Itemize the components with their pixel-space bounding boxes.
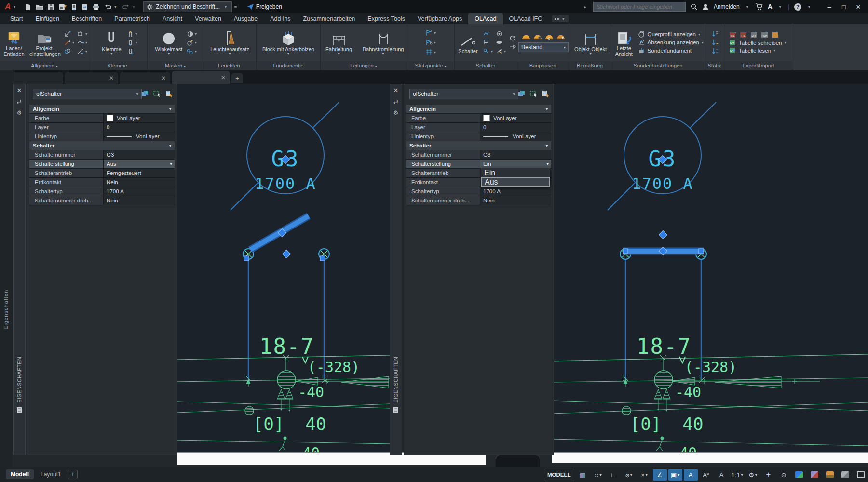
tab-beschriften[interactable]: Beschriften	[66, 13, 108, 24]
panel-label-statik[interactable]: Statik	[705, 61, 725, 70]
new-drawing-tab-button[interactable]: +	[231, 73, 243, 83]
helmet-phase1-icon[interactable]	[533, 33, 542, 40]
save-as-icon[interactable]	[59, 3, 67, 10]
schalter-tool8-icon[interactable]	[495, 48, 503, 55]
copy-tool-icon[interactable]	[77, 30, 85, 38]
block-mit-ankerbolzen-button[interactable]: Block mit Ankerbolzen ▾	[258, 29, 319, 56]
publish-icon[interactable]	[81, 3, 88, 11]
annotation-monitor-icon[interactable]	[808, 469, 822, 481]
klemme-button[interactable]: Klemme ▾	[99, 29, 124, 56]
letzte-ansicht-button[interactable]: Letzte Ansicht	[614, 28, 634, 57]
export-ms-icon[interactable]: MS	[729, 31, 737, 38]
palette-dock-icon[interactable]: ⇄	[17, 98, 22, 105]
save-icon[interactable]	[48, 3, 54, 10]
row-farbe[interactable]: FarbeVonLayer	[406, 114, 551, 123]
sync-tool-icon[interactable]	[64, 48, 72, 55]
section-allgemein[interactable]: Allgemein▾	[29, 105, 175, 114]
palette-anchor-bar[interactable]: Eigenschaften	[0, 70, 13, 467]
tools-icon[interactable]	[77, 48, 85, 55]
tab-ausgabe[interactable]: Ausgabe	[228, 13, 264, 24]
palette-titlebar-left[interactable]: ✕ ⇄ ⚙ EIGENSCHAFTEN	[13, 84, 26, 455]
panel-label-masten[interactable]: Masten▾	[148, 61, 203, 70]
annotation-visibility-icon[interactable]: A	[684, 469, 698, 481]
panel-label-fundamente[interactable]: Fundamente	[257, 61, 320, 70]
isolate-objects-icon[interactable]: ⊙	[777, 469, 791, 481]
cleanscreen-icon[interactable]	[854, 469, 868, 481]
close-button[interactable]: ✕	[854, 3, 863, 11]
export-misc-icon[interactable]	[772, 31, 779, 38]
schalter-tool7-icon[interactable]	[482, 48, 490, 55]
tab-verfuegbare-apps[interactable]: Verfügbare Apps	[411, 13, 468, 24]
autocad-logo-icon[interactable]: A	[5, 2, 11, 12]
osnap-toggle-icon[interactable]: ▣▾	[668, 469, 682, 481]
klemme-variant3-icon[interactable]	[126, 48, 135, 55]
polar-toggle-icon[interactable]: ⌀▾	[622, 469, 636, 481]
ribbon-overflow-button[interactable]: ▾	[552, 15, 569, 22]
tab-parametrisch[interactable]: Parametrisch	[108, 13, 156, 24]
mast-pair-icon[interactable]	[186, 48, 194, 55]
palette-close-icon[interactable]: ✕	[17, 87, 22, 94]
maximize-button[interactable]: □	[839, 3, 849, 11]
panel-label-klemme[interactable]: Klemme	[89, 61, 147, 70]
mast-symbol[interactable]	[654, 371, 673, 389]
grip-square-left[interactable]	[623, 249, 628, 254]
signin-button[interactable]: Anmelden	[714, 3, 740, 10]
small-mast-symbol[interactable]	[622, 406, 631, 415]
stuetzpunkt-flag2-icon[interactable]	[425, 39, 434, 46]
schalter-tool4-icon[interactable]	[482, 39, 490, 46]
plot-icon[interactable]	[71, 3, 77, 11]
tabelle-schreiben-button[interactable]: MTTabelle schreiben▾	[729, 40, 787, 46]
panel-label-leuchten[interactable]: Leuchten	[203, 61, 256, 70]
absenkung-button[interactable]: Absenkung anzeigen▾	[638, 39, 704, 46]
crosshair-icon[interactable]: +	[761, 469, 775, 481]
tab-close-icon[interactable]: ✕	[161, 75, 166, 81]
drawing-tab-3[interactable]: ✕	[120, 72, 170, 84]
tab-close-icon[interactable]: ✕	[221, 74, 226, 81]
scale-button[interactable]: 1:1▾	[730, 469, 745, 481]
align-tool-icon[interactable]	[77, 39, 85, 46]
switch-type-text[interactable]: 1700 A	[255, 174, 316, 193]
select-objects-icon[interactable]	[153, 90, 161, 97]
dropdown-option-aus[interactable]: Aus	[481, 177, 550, 187]
panel-label-schalter[interactable]: Schalter	[455, 61, 518, 70]
row-schalterstellung[interactable]: SchalterstellungAus▾	[29, 160, 175, 169]
palette-dock-icon[interactable]: ⇄	[393, 98, 398, 105]
bauphase-dropdown[interactable]: Bestand▾	[518, 42, 569, 52]
switch-type-text[interactable]: 1700 A	[632, 174, 693, 193]
grip-square-left[interactable]	[244, 256, 249, 261]
schalter-tool6-icon[interactable]	[508, 43, 516, 51]
statik-tool2-icon[interactable]	[711, 39, 719, 46]
stuetzpunkt-grid-icon[interactable]	[425, 49, 434, 56]
schalter-tool3-icon[interactable]	[508, 35, 516, 42]
row-schalternummer-dreh[interactable]: Schalternummer dreh...Nein	[406, 196, 551, 205]
toggle-pickadd-icon[interactable]	[517, 90, 526, 97]
brush-tool-icon[interactable]	[64, 39, 72, 46]
panel-label-bauphasen[interactable]: Bauphasen	[518, 61, 569, 70]
panel-label-bemassung[interactable]: Bemaßung	[569, 61, 612, 70]
row-schaltertyp[interactable]: Schaltertyp1700 A	[406, 187, 551, 196]
tab-verwalten[interactable]: Verwalten	[189, 13, 228, 24]
right-drawing-canvas[interactable]: G3 1700 A 18-7 (-328) -40	[552, 84, 868, 452]
klemme-variant2-icon[interactable]	[126, 39, 135, 46]
measure-tool-icon[interactable]	[64, 30, 72, 38]
schalter-button[interactable]: Schalter	[456, 31, 480, 54]
mast-half-icon[interactable]	[186, 30, 194, 38]
quick-select-icon[interactable]	[542, 90, 550, 97]
drawing-tab-4-active[interactable]: ✕	[172, 71, 230, 84]
minimize-button[interactable]: –	[825, 3, 834, 11]
redo-button[interactable]: ▾	[122, 4, 136, 10]
palette-settings-icon[interactable]: ⚙	[17, 109, 22, 116]
helmet-bestand-icon[interactable]	[522, 33, 530, 40]
layout-tab-layout1[interactable]: Layout1	[36, 469, 66, 479]
palette-settings-icon[interactable]: ⚙	[393, 109, 399, 116]
tab-start[interactable]: Start	[4, 13, 29, 24]
sonderfundament-button[interactable]: Sonderfundament	[638, 47, 692, 54]
stuetzpunkt-flag-icon[interactable]	[425, 29, 434, 37]
winkelmast-button[interactable]: Winkelmast ▾	[154, 29, 184, 56]
row-layer[interactable]: Layer0	[406, 123, 551, 132]
schalter-tool1-icon[interactable]	[482, 30, 490, 38]
layout-tab-modell[interactable]: Modell	[6, 469, 34, 479]
mast-edit-icon[interactable]: N1	[186, 39, 194, 46]
statik-tool3-icon[interactable]	[711, 48, 719, 54]
row-linientyp[interactable]: LinientypVonLayer	[406, 132, 551, 141]
